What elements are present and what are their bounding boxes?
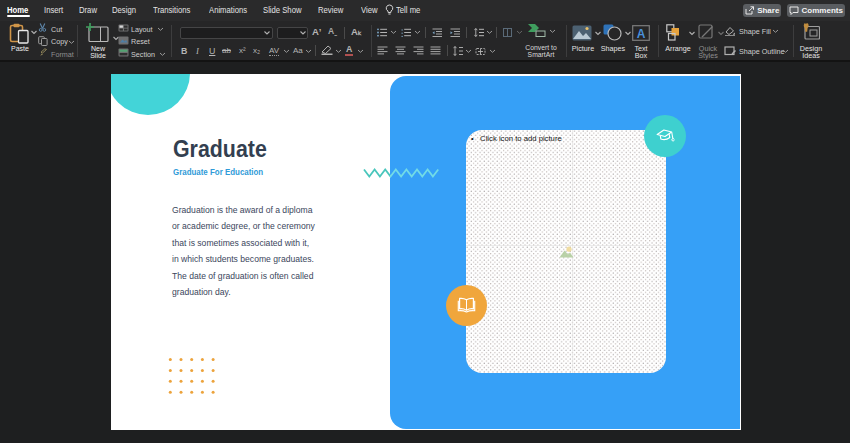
svg-text:A: A (637, 27, 646, 41)
